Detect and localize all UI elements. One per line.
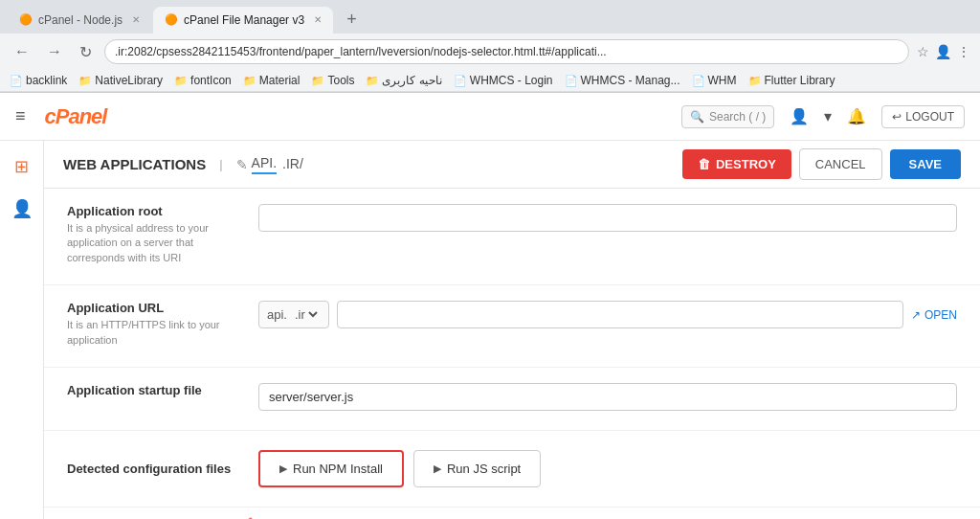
destroy-button[interactable]: 🗑 DESTROY (682, 149, 791, 179)
tab-close-2[interactable]: ✕ (314, 14, 322, 25)
save-label: SAVE (909, 157, 942, 171)
tab-close-1[interactable]: ✕ (132, 14, 140, 25)
bookmark-label-8: WHM (708, 74, 737, 87)
bookmark-flutter[interactable]: 📁 Flutter Library (748, 74, 835, 87)
forward-button[interactable]: → (42, 41, 67, 62)
bookmark-label-2: fontIcon (190, 74, 232, 87)
application-root-input[interactable] (258, 204, 957, 232)
run-js-script-button[interactable]: ▶ Run JS script (413, 450, 541, 487)
config-buttons: ▶ Run NPM Install ▶ Run JS script (258, 450, 541, 487)
application-url-label: Application URL (67, 301, 239, 315)
bookmark-icon-backlink: 📄 (10, 75, 23, 87)
search-placeholder: Search ( / ) (709, 110, 766, 124)
bookmark-label-3: Material (259, 74, 301, 87)
edit-icon: ✎ (236, 157, 248, 172)
play-icon-npm: ▶ (279, 463, 287, 475)
application-root-field-col (258, 204, 957, 232)
bookmark-folder-icon-3: 📁 (243, 75, 256, 87)
header-right: 🔍 Search ( / ) 👤 ▾ 🔔 ↩ LOGOUT (681, 105, 965, 128)
address-icons: ☆ 👤 ⋮ (917, 44, 970, 59)
content-area: WEB APPLICATIONS | ✎ API. .IR/ 🗑 DESTROY… (44, 141, 980, 519)
back-button[interactable]: ← (10, 41, 34, 62)
breadcrumb-ir: .IR/ (282, 156, 303, 173)
bookmark-fonticon[interactable]: 📁 fontIcon (174, 74, 232, 87)
bookmark-nahe[interactable]: 📁 ناحیه کاربری (366, 74, 441, 87)
detected-config-section: Detected configuration files ▶ Run NPM I… (44, 431, 980, 508)
tab-favicon-1: 🟠 (19, 13, 33, 26)
application-root-label-col: Application root It is a physical addres… (67, 204, 239, 265)
bookmark-folder-icon-9: 📁 (748, 75, 762, 87)
browser-chrome: 🟠 cPanel - Node.js ✕ 🟠 cPanel File Manag… (0, 0, 980, 93)
url-prefix-text: api. (267, 307, 287, 322)
reload-button[interactable]: ↻ (75, 41, 97, 63)
settings-icon[interactable]: ⋮ (957, 44, 970, 59)
logout-icon: ↩ (892, 110, 902, 124)
bookmark-nativelibrary[interactable]: 📁 NativeLibrary (78, 74, 163, 87)
cancel-button[interactable]: CANCEL (799, 148, 882, 180)
startup-file-label: Application startup file (67, 383, 239, 397)
bookmark-folder-icon-4: 📁 (311, 75, 324, 87)
bookmark-label-1: NativeLibrary (95, 74, 163, 87)
bookmark-whm[interactable]: 📄 WHM (692, 74, 737, 87)
config-row: Detected configuration files ▶ Run NPM I… (67, 450, 957, 487)
open-label: OPEN (924, 308, 957, 322)
application-root-section: Application root It is a physical addres… (44, 189, 980, 285)
startup-file-input[interactable] (258, 383, 957, 411)
breadcrumb-separator: | (219, 157, 222, 171)
bookmark-label-5: ناحیه کاربری (382, 74, 441, 87)
url-domain-select[interactable]: .ir (291, 306, 321, 323)
save-button[interactable]: SAVE (890, 149, 961, 179)
logout-button[interactable]: ↩ LOGOUT (881, 105, 965, 128)
main-layout: ⊞ 👤 WEB APPLICATIONS | ✎ API. .IR/ 🗑 DES… (0, 141, 980, 519)
new-tab-button[interactable]: + (339, 6, 365, 34)
destroy-label: DESTROY (716, 157, 776, 171)
detected-config-label: Detected configuration files (67, 462, 231, 476)
application-url-label-col: Application URL It is an HTTP/HTTPS link… (67, 301, 239, 348)
user-icon[interactable]: 👤 (935, 44, 951, 59)
address-bar: ← → ↻ ☆ 👤 ⋮ (0, 34, 980, 70)
notification-icon[interactable]: 🔔 (847, 107, 866, 125)
search-box[interactable]: 🔍 Search ( / ) (681, 105, 774, 128)
play-icon-js: ▶ (434, 463, 441, 475)
form-content: Application root It is a physical addres… (44, 189, 980, 519)
tab-file-manager[interactable]: 🟠 cPanel File Manager v3 ✕ (153, 7, 333, 34)
run-npm-install-button[interactable]: ▶ Run NPM Install (258, 450, 404, 487)
user-account-icon[interactable]: 👤 (790, 107, 809, 125)
url-path-input[interactable] (337, 301, 903, 328)
bookmark-page-icon-7: 📄 (565, 75, 578, 87)
app-header-left: WEB APPLICATIONS | ✎ API. .IR/ (63, 155, 303, 174)
application-root-desc: It is a physical address to your applica… (67, 221, 239, 265)
dropdown-arrow-icon[interactable]: ▾ (824, 107, 832, 125)
address-input[interactable] (104, 39, 909, 64)
startup-file-label-col: Application startup file (67, 383, 239, 397)
open-link[interactable]: ↗ OPEN (911, 308, 957, 322)
sidebar: ⊞ 👤 (0, 141, 44, 519)
bookmark-label-backlink: backlink (26, 74, 67, 87)
search-icon: 🔍 (690, 110, 704, 124)
bookmark-tools[interactable]: 📁 Tools (311, 74, 354, 87)
sidebar-toggle-icon[interactable]: ≡ (15, 106, 26, 126)
bookmark-folder-icon-1: 📁 (78, 75, 92, 87)
bookmark-label-6: WHMCS - Login (470, 74, 553, 87)
cpanel-logo-text: cPanel (45, 104, 107, 128)
breadcrumb-api: API. (252, 155, 277, 174)
tab-bar: 🟠 cPanel - Node.js ✕ 🟠 cPanel File Manag… (0, 0, 980, 34)
package-json-row: package.json ✏️ Edit (44, 508, 980, 519)
bookmark-material[interactable]: 📁 Material (243, 74, 301, 87)
url-input-row: api. .ir ↗ OPEN (258, 301, 957, 328)
bookmark-whmcs-login[interactable]: 📄 WHMCS - Login (454, 74, 553, 87)
app-header: WEB APPLICATIONS | ✎ API. .IR/ 🗑 DESTROY… (44, 141, 980, 189)
sidebar-user-icon[interactable]: 👤 (6, 192, 38, 225)
star-icon[interactable]: ☆ (917, 44, 929, 59)
cpanel-header: ≡ cPanel 🔍 Search ( / ) 👤 ▾ 🔔 ↩ LOGOUT (0, 93, 980, 141)
bookmark-whmcs-manag[interactable]: 📄 WHMCS - Manag... (565, 74, 680, 87)
tab-label-1: cPanel - Node.js (38, 13, 122, 27)
bookmark-folder-icon-2: 📁 (174, 75, 188, 87)
sidebar-grid-icon[interactable]: ⊞ (9, 150, 34, 183)
run-npm-label: Run NPM Install (293, 462, 383, 476)
tab-cpanel-nodejs[interactable]: 🟠 cPanel - Node.js ✕ (8, 7, 151, 34)
bookmark-backlink[interactable]: 📄 backlink (10, 74, 67, 87)
bookmarks-bar: 📄 backlink 📁 NativeLibrary 📁 fontIcon 📁 … (0, 70, 980, 92)
url-prefix: api. .ir (258, 301, 329, 328)
bookmark-label-9: Flutter Library (765, 74, 835, 87)
